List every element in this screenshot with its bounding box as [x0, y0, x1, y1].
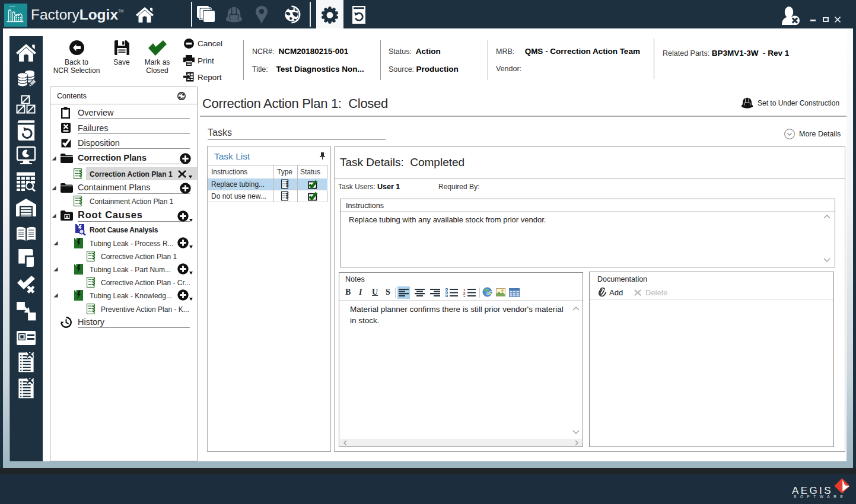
svg-text:3: 3	[463, 295, 466, 298]
